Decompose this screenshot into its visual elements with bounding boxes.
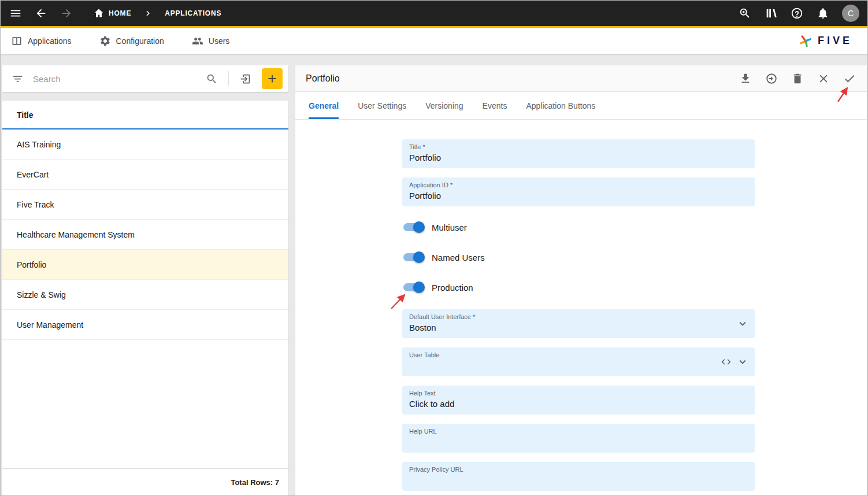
back-icon[interactable]: [34, 6, 48, 20]
save-check-icon[interactable]: [843, 72, 856, 86]
chevron-down-icon[interactable]: [736, 317, 749, 330]
privacy-policy-url-label: Privacy Policy URL: [409, 466, 748, 473]
menu-item-configuration[interactable]: Configuration: [99, 35, 164, 47]
default-user-interface-label: Default User Interface *: [409, 313, 748, 320]
docs-icon[interactable]: [764, 6, 778, 20]
help-url-label: Help URL: [409, 428, 748, 435]
table-row[interactable]: EverCart: [2, 160, 288, 190]
code-icon[interactable]: [721, 357, 732, 368]
download-icon[interactable]: [739, 72, 752, 86]
menu-item-applications[interactable]: Applications: [11, 35, 72, 47]
search-icon[interactable]: [202, 73, 221, 85]
named-users-toggle[interactable]: [403, 253, 423, 261]
delete-icon[interactable]: [791, 72, 804, 86]
plus-icon: [266, 72, 279, 85]
record-title: Portfolio: [306, 73, 340, 84]
tab-versioning[interactable]: Versioning: [425, 92, 463, 119]
help-text-value: Click to add: [409, 398, 748, 410]
five-pinwheel-icon: [798, 34, 813, 49]
title-field[interactable]: Title * Portfolio: [402, 139, 755, 168]
forward-icon[interactable]: [60, 6, 73, 20]
multiuser-toggle-label: Multiuser: [432, 223, 467, 232]
named-users-toggle-label: Named Users: [432, 253, 485, 262]
user-table-label: User Table: [409, 351, 748, 358]
topbar-actions: C: [738, 5, 859, 22]
named-users-toggle-row: Named Users: [402, 249, 867, 265]
menu-item-label: Applications: [28, 36, 72, 46]
search-input[interactable]: [33, 74, 202, 84]
chevron-down-icon[interactable]: [736, 356, 749, 368]
help-text-field[interactable]: Help Text Click to add: [402, 386, 755, 414]
open-icon[interactable]: [765, 72, 778, 86]
help-text-label: Help Text: [409, 390, 748, 397]
menu-item-label: Users: [209, 36, 230, 46]
user-table-select[interactable]: User Table: [402, 347, 755, 376]
user-table-value: [409, 360, 748, 372]
filter-icon[interactable]: [12, 73, 24, 85]
home-icon: [93, 8, 105, 19]
table-column-header: Title: [2, 101, 288, 129]
help-url-value: [409, 436, 748, 448]
users-icon: [192, 35, 203, 47]
close-icon[interactable]: [817, 72, 830, 86]
tab-events[interactable]: Events: [483, 92, 507, 119]
multiuser-toggle-row: Multiuser: [402, 219, 867, 235]
user-avatar[interactable]: C: [842, 5, 859, 22]
application-id-field-label: Application ID *: [409, 182, 748, 188]
privacy-policy-url-value: [409, 475, 748, 486]
menu-item-label: Configuration: [116, 36, 164, 46]
production-toggle-label: Production: [432, 283, 473, 293]
table-row[interactable]: AIS Training: [2, 129, 288, 160]
production-toggle[interactable]: [403, 283, 423, 291]
application-id-field-value: Portfolio: [409, 190, 748, 202]
applications-icon: [11, 35, 23, 47]
help-icon[interactable]: [790, 6, 804, 20]
tab-general[interactable]: General: [309, 92, 339, 119]
configuration-gear-icon: [99, 35, 111, 47]
detail-tabs: General User Settings Versioning Events …: [295, 92, 867, 120]
table-row[interactable]: Five Track: [2, 190, 288, 220]
toolbar-divider: [228, 71, 229, 86]
search-toolbar: [2, 65, 288, 92]
brand-logo: FIVE: [798, 34, 857, 49]
breadcrumb-home-label: HOME: [109, 9, 131, 17]
tab-application-buttons[interactable]: Application Buttons: [526, 92, 595, 119]
breadcrumb-home[interactable]: HOME: [93, 8, 131, 19]
production-toggle-row: Production: [402, 279, 867, 295]
table-row[interactable]: Sizzle & Swig: [2, 280, 288, 310]
inspect-icon[interactable]: [738, 6, 752, 20]
applications-list-panel: Title AIS Training EverCart Five Track H…: [2, 65, 288, 495]
table-row[interactable]: User Management: [2, 310, 288, 340]
record-actions: [739, 72, 856, 86]
table-row-selected[interactable]: Portfolio: [2, 250, 288, 280]
add-record-button[interactable]: [262, 68, 283, 89]
default-user-interface-select[interactable]: Default User Interface * Boston: [402, 309, 755, 338]
total-rows-label: Total Rows: 7: [2, 468, 288, 495]
record-detail-panel: Portfolio General: [295, 65, 867, 495]
general-form: Title * Portfolio Application ID * Portf…: [295, 120, 867, 495]
menubar: Applications Configuration Users FIVE: [1, 28, 867, 54]
applications-table: Title AIS Training EverCart Five Track H…: [2, 101, 288, 495]
privacy-policy-url-field[interactable]: Privacy Policy URL: [402, 462, 755, 491]
breadcrumb-chevron-icon: [143, 8, 153, 18]
multiuser-toggle[interactable]: [403, 223, 423, 231]
help-url-field[interactable]: Help URL: [402, 424, 755, 453]
tab-user-settings[interactable]: User Settings: [358, 92, 406, 119]
notifications-icon[interactable]: [816, 6, 830, 20]
import-icon[interactable]: [236, 73, 255, 85]
table-row[interactable]: Healthcare Management System: [2, 220, 288, 250]
title-field-label: Title *: [409, 143, 748, 150]
application-id-field[interactable]: Application ID * Portfolio: [402, 177, 755, 206]
brand-name: FIVE: [818, 35, 852, 47]
content-area: Title AIS Training EverCart Five Track H…: [1, 55, 867, 495]
breadcrumb-current[interactable]: APPLICATIONS: [165, 9, 221, 17]
default-user-interface-value: Boston: [409, 322, 748, 334]
title-field-value: Portfolio: [409, 152, 748, 164]
list-spacer: [2, 340, 288, 468]
menu-item-users[interactable]: Users: [192, 35, 230, 47]
detail-header: Portfolio: [295, 65, 867, 92]
topbar: HOME APPLICATIONS C: [1, 1, 867, 28]
menu-icon[interactable]: [9, 6, 23, 20]
